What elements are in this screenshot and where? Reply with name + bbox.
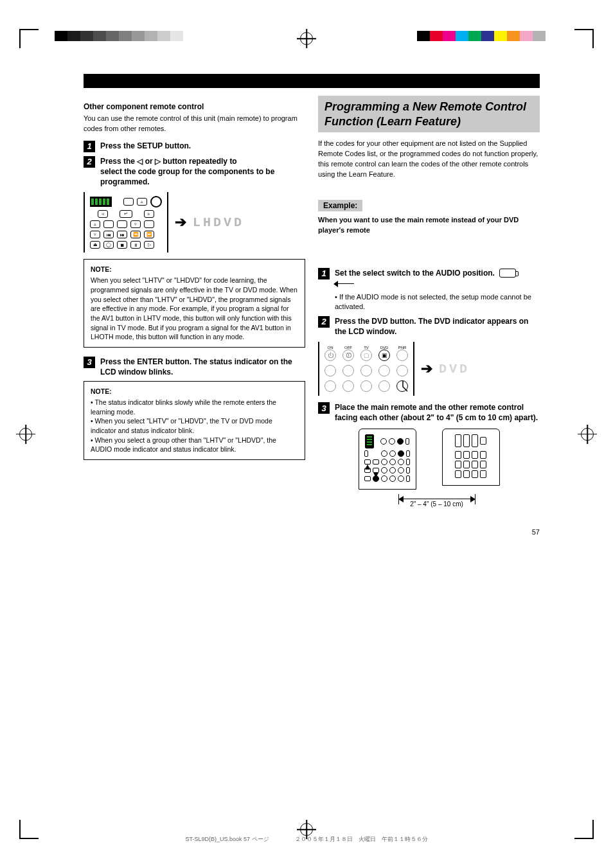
left-step-1: 1 Press the SETUP button. [84,141,305,152]
para-other-remote: You can use the remote control of this u… [84,114,305,134]
section-title: Programming a New Remote Control Functio… [324,100,533,128]
note-box-1: NOTE: When you select "LHTV" or "LHDVD" … [84,259,305,348]
remote-b-illustration [442,429,500,486]
r-step1-line: Set the select switch to the AUDIO posit… [335,269,495,278]
switch-icon [499,269,516,278]
remote-a-illustration: ▴ ▾ [359,429,416,490]
switch-arrow-icon [337,283,354,284]
arrow-right-icon: ➔ [175,214,186,231]
step-number-2r: 2 [318,316,330,328]
figure-pair-remotes: ▴ ▾ 2" – 4" (5 – 10 cm) [318,429,540,490]
example-text: When you want to use the main remote ins… [318,215,540,236]
step1-text: Press the SETUP button. [100,141,305,152]
note2-body2: • When you select "LHTV" or "LHDVD", the… [91,416,298,435]
intro-paragraph: If the codes for your other equipment ar… [318,139,540,180]
figure-dvd-button: ON⏻ OFF⏼ TV▢ DVD▣ PNR [318,342,540,396]
lcd-readout-dvd: DVD [439,362,470,376]
r-step3-text: Place the main remote and the other remo… [335,402,540,423]
right-column: Programming a New Remote Control Functio… [318,96,540,536]
registration-mark-bottom [300,823,313,836]
registration-mark-left [19,428,32,441]
crop-mark-bl [19,820,39,839]
step-number-3: 3 [84,357,95,368]
r-step1-text: Set the select switch to the AUDIO posit… [335,268,540,288]
footer-timestamp: ２００５年１月１８日 火曜日 午前１１時５６分 [295,835,428,844]
step-number-1r: 1 [318,268,330,279]
crop-mark-tr [574,29,594,48]
registration-mark-right [581,428,594,441]
step2-line2: select the code group for the components… [100,167,274,186]
note2-body3: • When you select a group other than "LH… [91,436,298,454]
step2-text: Press the ◁ or ▷ button repeatedly to se… [100,156,305,188]
note1-head: NOTE: [91,265,298,274]
right-step-1: 1 Set the select switch to the AUDIO pos… [318,268,540,288]
footer-file: ST-SL9D(B)_US.book 57 ページ [185,835,269,844]
press-finger-icon [396,380,410,394]
grayscale-bar [55,31,196,41]
distance-label: 2" – 4" (5 – 10 cm) [410,500,463,508]
example-label: Example: [318,200,362,211]
registration-mark-top [300,32,313,45]
r-step2-text: Press the DVD button. The DVD indicator … [335,316,540,337]
r-step1-note: • If the AUDIO mode is not selected, the… [335,292,540,312]
arrow-right-icon-2: ➔ [421,360,432,377]
remote-source-buttons: ON⏻ OFF⏼ TV▢ DVD▣ PNR [318,342,414,396]
step-number-1: 1 [84,141,95,152]
step2-line1: Press the ◁ or ▷ button repeatedly to [100,157,237,166]
distance-indicator: 2" – 4" (5 – 10 cm) [398,499,475,508]
note2-head: NOTE: [91,387,298,396]
right-step-3: 3 Place the main remote and the other re… [318,402,540,423]
note1-body: When you select "LHTV" or "LHDVD" for co… [91,276,298,341]
page-number: 57 [532,528,540,536]
right-step-2: 2 Press the DVD button. The DVD indicato… [318,316,540,337]
header-blackbar [84,74,540,88]
lcd-readout-lhdvd: LHDVD [193,215,244,230]
section-title-box: Programming a New Remote Control Functio… [318,96,540,132]
crop-mark-br [574,820,594,839]
page-content: Other component remote control You can u… [84,74,540,536]
left-step-3: 3 Press the ENTER button. The status ind… [84,357,305,377]
step-number-3r: 3 [318,402,330,414]
subhead-other-remote: Other component remote control [84,102,305,111]
figure-remote-lhdvd: ▵ ◃ ↵ ▹ ▵▿ ▿⏮⏭⏪⏩ [84,192,305,252]
left-step-2: 2 Press the ◁ or ▷ button repeatedly to … [84,156,305,188]
note2-body1: • The status indicator blinks slowly whi… [91,398,298,416]
left-column: Other component remote control You can u… [84,96,305,536]
remote-illustration-left: ▵ ◃ ↵ ▹ ▵▿ ▿⏮⏭⏪⏩ [84,192,168,252]
note-box-2: NOTE: • The status indicator blinks slow… [84,381,305,460]
color-bar [417,31,558,41]
step-number-2: 2 [84,156,95,168]
footer-metadata: ST-SL9D(B)_US.book 57 ページ ２００５年１月１８日 火曜日… [185,835,427,844]
step3-text: Press the ENTER button. The status indic… [100,357,305,377]
crop-mark-tl [19,29,39,48]
